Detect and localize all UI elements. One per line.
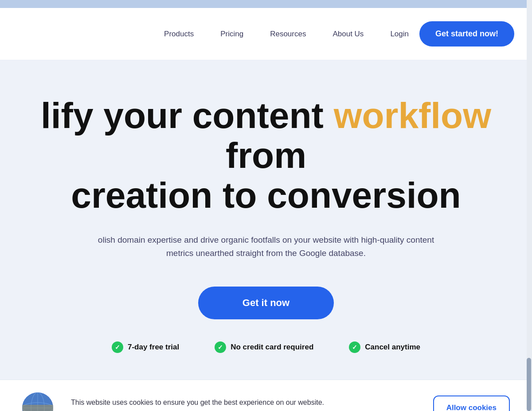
nav-link-about[interactable]: About Us [332,30,364,39]
hero-badge-trial-label: 7-day free trial [128,343,179,352]
hero-headline-line2: creation to conversion [71,175,461,215]
hero-headline-highlight: workflow [334,95,491,136]
nav-links: Products Pricing Resources About Us [164,30,364,39]
navbar: Products Pricing Resources About Us Logi… [0,8,532,60]
hero-badges: ✓ 7-day free trial ✓ No credit card requ… [0,341,532,353]
svg-rect-5 [22,405,53,411]
hero-headline-after: from [226,135,306,175]
nav-login[interactable]: Login [390,30,409,39]
cookie-globe-icon [22,392,53,411]
cookie-message: This website uses cookies to ensure you … [71,397,415,408]
hero-headline: lify your content workflow from creation… [0,96,532,216]
check-icon-trial: ✓ [112,341,123,353]
check-icon-cancel: ✓ [349,341,360,353]
nav-link-products[interactable]: Products [164,30,194,39]
hero-badge-no-card: ✓ No credit card required [215,341,313,353]
top-bar [0,0,532,8]
hero-badge-trial: ✓ 7-day free trial [112,341,179,353]
hero-section: lify your content workflow from creation… [0,60,532,380]
cookie-allow-button[interactable]: Allow cookies [433,395,510,411]
hero-subheading: olish domain expertise and drive organic… [66,233,466,260]
nav-cta-button[interactable]: Get started now! [419,21,514,47]
check-icon-no-card: ✓ [215,341,226,353]
cookie-text-wrap: This website uses cookies to ensure you … [71,397,415,411]
cookie-banner: This website uses cookies to ensure you … [0,380,532,411]
nav-link-resources[interactable]: Resources [270,30,306,39]
scrollbar-thumb[interactable] [527,358,531,411]
hero-badge-cancel-label: Cancel anytime [365,343,420,352]
hero-headline-before: lify your content [41,95,334,136]
nav-link-pricing[interactable]: Pricing [220,30,243,39]
hero-badge-no-card-label: No credit card required [231,343,313,352]
scrollbar-track[interactable] [527,0,532,411]
hero-badge-cancel: ✓ Cancel anytime [349,341,420,353]
hero-cta-button[interactable]: Get it now [198,287,334,319]
